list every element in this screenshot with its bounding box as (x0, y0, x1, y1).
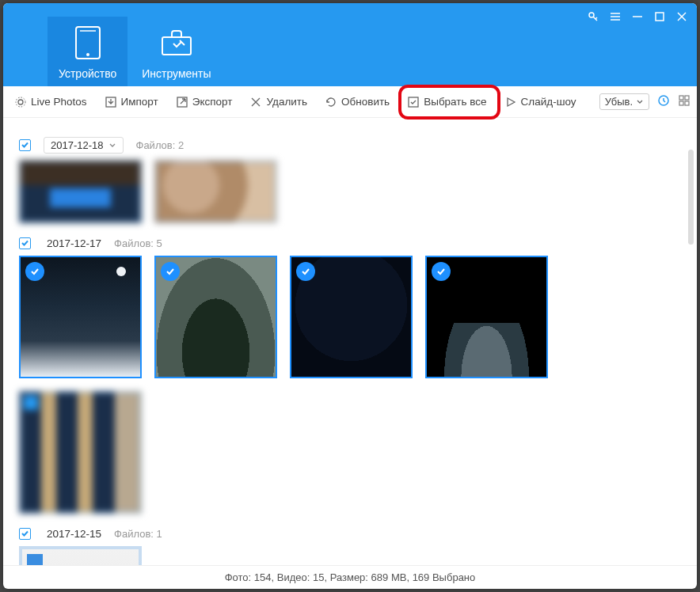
selected-badge-icon (25, 262, 44, 281)
delete-icon (249, 96, 262, 108)
play-icon (504, 96, 517, 108)
group-checkbox[interactable] (19, 528, 31, 540)
group-header: 2017-12-15 Файлов: 1 (19, 528, 681, 540)
photo-thumb[interactable] (425, 256, 548, 378)
group-checkbox[interactable] (19, 237, 31, 249)
svg-rect-25 (679, 101, 683, 105)
tab-tools[interactable]: Инструменты (131, 17, 222, 86)
window-controls (588, 11, 687, 25)
label: Экспорт (192, 96, 233, 108)
toolbox-icon (161, 25, 192, 61)
group-header: 2017-12-17 Файлов: 5 (19, 237, 681, 249)
svg-rect-21 (409, 97, 418, 107)
date-label: 2017-12-17 (44, 237, 101, 249)
photo-thumb[interactable] (290, 256, 413, 378)
photo-thumb[interactable] (19, 160, 142, 223)
tab-label: Инструменты (142, 67, 211, 80)
live-photos-button[interactable]: Live Photos (10, 93, 92, 112)
svg-rect-23 (679, 96, 683, 100)
thumb-row (19, 160, 681, 223)
files-count: Файлов: 5 (114, 237, 162, 249)
label: Live Photos (31, 96, 87, 108)
date-dropdown[interactable]: 2017-12-18 (44, 137, 124, 154)
svg-point-1 (86, 53, 89, 56)
key-icon[interactable] (588, 11, 599, 25)
live-photos-icon (14, 96, 27, 108)
tab-device[interactable]: Устройство (48, 17, 127, 86)
status-text: Фото: 154, Видео: 15, Размер: 689 MB, 16… (225, 571, 476, 583)
files-count: Файлов: 2 (136, 139, 185, 151)
minimize-icon[interactable] (632, 11, 643, 25)
photo-thumb[interactable] (154, 256, 277, 378)
selected-badge-icon (24, 396, 38, 410)
label: Удалить (266, 96, 307, 108)
app-window: Устройство Инструменты Live Photos Импор… (3, 3, 697, 589)
scrollbar[interactable] (688, 150, 694, 245)
photo-thumb[interactable] (19, 391, 142, 514)
chevron-down-icon (636, 98, 644, 106)
select-all-button[interactable]: Выбрать все (402, 93, 491, 112)
clock-view-icon[interactable] (657, 94, 670, 109)
chevron-down-icon (108, 142, 116, 150)
sort-dropdown[interactable]: Убыв. (599, 93, 649, 110)
grid-view-icon[interactable] (678, 94, 690, 109)
refresh-icon (325, 96, 337, 108)
header: Устройство Инструменты (3, 3, 697, 86)
svg-point-15 (18, 100, 23, 104)
photo-thumb[interactable] (19, 546, 142, 565)
svg-rect-26 (685, 101, 689, 105)
import-icon (105, 96, 117, 108)
export-button[interactable]: Экспорт (171, 93, 238, 112)
tab-label: Устройство (59, 67, 116, 80)
thumb-row (19, 256, 681, 514)
label: Убыв. (605, 96, 633, 108)
photo-thumb[interactable] (19, 256, 142, 378)
select-all-icon (407, 96, 420, 108)
delete-button[interactable]: Удалить (245, 93, 312, 112)
label: Импорт (121, 96, 158, 108)
group-checkbox[interactable] (19, 139, 31, 151)
photo-thumb[interactable] (154, 160, 277, 223)
label: Обновить (341, 96, 390, 108)
svg-rect-12 (656, 13, 664, 21)
tablet-icon (72, 25, 104, 61)
menu-icon[interactable] (610, 11, 621, 25)
label: Выбрать все (424, 96, 486, 108)
files-count: Файлов: 1 (114, 528, 162, 540)
date-label: 2017-12-15 (44, 528, 101, 540)
refresh-button[interactable]: Обновить (320, 93, 394, 112)
svg-line-7 (595, 17, 597, 19)
status-bar: Фото: 154, Видео: 15, Размер: 689 MB, 16… (3, 565, 697, 589)
slideshow-button[interactable]: Слайд-шоу (500, 93, 581, 112)
group-header: 2017-12-18 Файлов: 2 (19, 137, 681, 154)
svg-rect-24 (685, 96, 689, 100)
selected-badge-icon (161, 262, 180, 281)
export-icon (176, 96, 188, 108)
header-tabs: Устройство Инструменты (3, 17, 223, 86)
thumb-row (19, 546, 681, 565)
import-button[interactable]: Импорт (100, 93, 163, 112)
close-icon[interactable] (676, 11, 687, 25)
toolbar-right: Убыв. (599, 93, 690, 110)
selected-badge-icon (432, 262, 451, 281)
toolbar: Live Photos Импорт Экспорт Удалить Обнов… (3, 86, 697, 118)
date-label: 2017-12-18 (51, 139, 104, 151)
label: Слайд-шоу (521, 96, 576, 108)
svg-point-16 (16, 97, 25, 107)
content-area: 2017-12-18 Файлов: 2 2017-12-17 Файлов: … (3, 118, 697, 565)
maximize-icon[interactable] (654, 11, 665, 25)
selected-badge-icon (296, 262, 315, 281)
